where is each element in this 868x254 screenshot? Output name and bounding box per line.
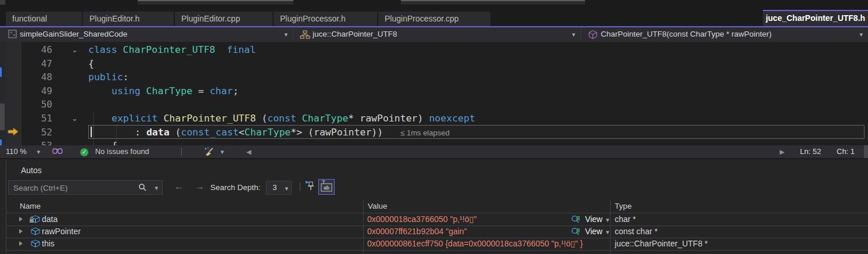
chevron-down-icon: ▾: [37, 148, 41, 155]
code-line-46[interactable]: 46⌄class CharPointer_UTF8 final: [0, 43, 868, 57]
column-indicator: Ch: 1: [837, 145, 855, 158]
zoom-level-dropdown[interactable]: 110 % ▾: [6, 145, 40, 158]
class-icon: [300, 30, 310, 41]
code-line-51[interactable]: 51⌄explicit CharPointer_UTF8 (const Char…: [0, 112, 868, 126]
code-token: explicit: [112, 113, 157, 124]
editor-status-bar: 110 % ▾ ✓ No issues found ▾ ◀ ▶ Ln: 52 C…: [0, 145, 868, 158]
divider: [181, 148, 182, 156]
code-line-49[interactable]: 49using CharType = char;: [0, 84, 868, 98]
code-token: CharPointer_UTF8: [163, 113, 256, 124]
variable-type: const char *: [615, 226, 658, 238]
pin-icon[interactable]: [306, 181, 315, 193]
code-token: (: [170, 127, 181, 138]
autos-row-this[interactable]: this0x000000861ecff750 {data=0x0000018ca…: [6, 238, 868, 250]
tab-plugineditor-h[interactable]: PluginEditor.h: [83, 12, 174, 26]
search-depth-dropdown[interactable]: 3 ▾: [266, 181, 292, 195]
expand-triangle-icon[interactable]: [19, 241, 23, 246]
view-label: View: [583, 227, 602, 236]
code-token: CharType: [302, 113, 348, 124]
type-dropdown[interactable]: juce::CharPointer_UTF8 ▾: [293, 27, 581, 42]
code-token: [296, 113, 302, 124]
autos-row-data[interactable]: data0x0000018ca3766050 "p,¹!ö▯" View▾cha…: [6, 213, 868, 226]
code-token: const: [267, 113, 296, 124]
code-token: CharType: [245, 127, 290, 138]
tab-functional[interactable]: functional: [6, 12, 82, 26]
code-token: :: [135, 127, 146, 138]
line-number: 52: [22, 126, 52, 139]
tab-plugineditor-cpp[interactable]: PluginEditor.cpp: [175, 12, 272, 26]
project-icon: ++: [8, 30, 17, 41]
chevron-down-icon: ▾: [606, 228, 609, 235]
expand-triangle-icon[interactable]: [19, 217, 23, 221]
code-line-47[interactable]: 47{: [0, 57, 868, 71]
project-scope-dropdown[interactable]: ++ simpleGainSlider_SharedCode ▾: [0, 27, 293, 42]
text-visualizer-icon: [571, 227, 580, 236]
search-forward-arrow[interactable]: →: [195, 181, 205, 192]
line-indicator: Ln: 52: [800, 145, 821, 158]
background-window-edge: [401, 0, 585, 5]
variable-value: 0x000000861ecff750 {data=0x0000018ca3766…: [367, 238, 583, 250]
code-text: explicit CharPointer_UTF8 (const CharTyp…: [112, 112, 475, 126]
member-dropdown[interactable]: CharPointer_UTF8(const CharType * rawPoi…: [581, 27, 868, 42]
text-format-toggle-icon[interactable]: ab: [318, 179, 335, 195]
variable-name: this: [42, 238, 55, 250]
line-number: 48: [22, 70, 52, 84]
code-token: :: [123, 71, 129, 83]
fold-chevron-icon[interactable]: ⌄: [71, 112, 83, 126]
scroll-left-arrow[interactable]: ◀: [246, 145, 251, 158]
code-line-53[interactable]: 53{: [0, 139, 868, 145]
line-number: 50: [22, 98, 52, 112]
chevron-down-icon[interactable]: ▾: [155, 185, 158, 191]
variable-name: data: [42, 213, 58, 226]
top-strip: [0, 0, 868, 10]
tab-juce-charpointer-utf8[interactable]: juce_CharPointer_UTF8.h: [763, 10, 868, 26]
health-text: No issues found: [95, 147, 149, 156]
chevron-down-icon: ▾: [859, 31, 863, 38]
code-token: CharPointer_UTF8: [123, 44, 216, 55]
search-input[interactable]: [12, 182, 137, 194]
check-icon: ✓: [80, 148, 88, 156]
member-label: CharPointer_UTF8(const CharType * rawPoi…: [601, 30, 772, 38]
tab-pluginprocessor-cpp[interactable]: PluginProcessor.cpp: [378, 12, 490, 26]
expand-triangle-icon[interactable]: [19, 229, 23, 234]
code-line-50[interactable]: 50: [0, 98, 868, 112]
code-text: : data (const_cast<CharType*> (rawPointe…: [135, 126, 450, 140]
code-token: final: [227, 44, 256, 55]
code-token: <: [239, 127, 245, 138]
chevron-down-icon: ▾: [285, 185, 288, 192]
code-token: [216, 44, 227, 55]
search-depth-label: Search Depth:: [210, 183, 260, 192]
text-visualizer-icon: [571, 214, 580, 224]
tab-pluginprocessor-h[interactable]: PluginProcessor.h: [274, 12, 377, 26]
scrollbar-corner: [864, 145, 868, 158]
search-box[interactable]: ▾: [8, 180, 163, 195]
variable-value: 0x00007ff621b92b04 "gain": [367, 226, 467, 238]
search-back-arrow[interactable]: ←: [174, 181, 184, 192]
chevron-down-icon: ▾: [572, 31, 575, 38]
column-header-type[interactable]: Type: [615, 202, 632, 210]
column-header-name[interactable]: Name: [20, 202, 41, 210]
chevron-down-icon: ▾: [284, 31, 288, 38]
document-health-indicator[interactable]: ✓ No issues found: [80, 145, 149, 158]
view-visualizer-link[interactable]: View▾: [571, 226, 609, 238]
column-header-value[interactable]: Value: [368, 202, 388, 210]
autos-panel: Autos ▾ ← → Search Depth: 3 ▾: [0, 158, 868, 254]
line-number: 46: [22, 43, 52, 57]
code-token: {: [88, 58, 94, 69]
code-line-48[interactable]: 48public:: [0, 70, 868, 84]
code-navigation-bar: ++ simpleGainSlider_SharedCode ▾ juce::C…: [0, 27, 868, 42]
search-icon[interactable]: [138, 183, 147, 194]
code-text: {: [112, 139, 117, 145]
code-line-52[interactable]: 52: data (const_cast<CharType*> (rawPoin…: [0, 126, 868, 139]
code-editor-viewport[interactable]: 46⌄class CharPointer_UTF8 final47{48publ…: [0, 42, 868, 145]
chevron-down-icon: ▾: [606, 216, 609, 223]
autos-row-rawPointer[interactable]: rawPointer0x00007ff621b92b04 "gain" View…: [6, 226, 868, 238]
view-visualizer-link[interactable]: View▾: [571, 213, 609, 226]
code-token: const_cast: [181, 127, 239, 138]
code-token: [141, 85, 146, 96]
type-label: juce::CharPointer_UTF8: [313, 30, 397, 38]
fold-chevron-icon[interactable]: ⌄: [71, 43, 83, 57]
scroll-right-arrow[interactable]: ▶: [780, 145, 784, 158]
code-token: CharType: [146, 85, 192, 96]
panel-title: Autos: [21, 166, 42, 175]
